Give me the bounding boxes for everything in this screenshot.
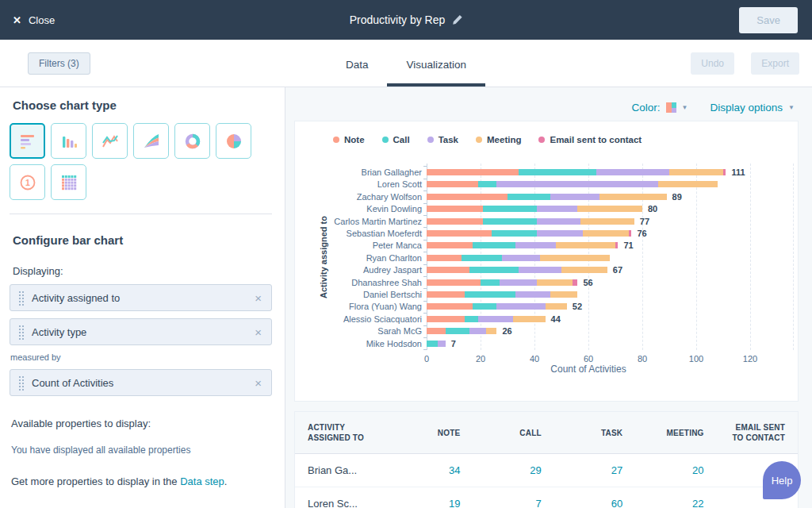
help-button[interactable]: Help (763, 461, 801, 499)
bar-segment-note[interactable] (427, 218, 483, 225)
bar-segment-call[interactable] (492, 230, 538, 237)
display-options-dropdown[interactable]: Display options ▼ (710, 102, 795, 114)
bar-segment-call[interactable] (481, 279, 500, 286)
save-button[interactable]: Save (739, 7, 798, 33)
value-link[interactable]: 60 (611, 498, 622, 508)
bar-segment-call[interactable] (478, 181, 497, 187)
table-cell-value[interactable]: 60 (554, 487, 635, 508)
bar-segment-call[interactable] (483, 206, 537, 212)
bar-segment-task[interactable] (515, 242, 556, 248)
value-link[interactable]: 27 (611, 464, 622, 476)
bar-segment-task[interactable] (502, 255, 540, 261)
value-link[interactable]: 7 (536, 498, 542, 508)
chart-type-line[interactable] (92, 123, 128, 159)
chart-type-kpi-number[interactable]: 1 (10, 164, 45, 200)
bar-segment-call[interactable] (469, 267, 518, 273)
bar-segment-email-sent-to-contact[interactable] (615, 242, 618, 248)
dimension-pill-activity-type[interactable]: Activity type × (10, 318, 272, 345)
remove-icon[interactable]: × (255, 326, 262, 338)
bar-segment-meeting[interactable] (599, 194, 667, 200)
table-cell-value[interactable]: 27 (554, 454, 635, 487)
undo-button[interactable]: Undo (691, 52, 734, 75)
bar-segment-task[interactable] (478, 316, 513, 322)
value-link[interactable]: 29 (530, 464, 541, 476)
export-button[interactable]: Export (751, 52, 799, 75)
value-link[interactable]: 19 (449, 498, 460, 508)
bar-segment-task[interactable] (537, 218, 580, 225)
bar-segment-email-sent-to-contact[interactable] (573, 279, 578, 286)
drag-handle-icon[interactable] (18, 291, 24, 306)
table-cell-value[interactable]: 7 (473, 487, 553, 508)
bar-segment-call[interactable] (446, 328, 470, 334)
bar-segment-call[interactable] (462, 255, 502, 261)
chart-type-pie[interactable] (216, 123, 251, 159)
value-link[interactable]: 20 (692, 464, 703, 476)
bar-segment-note[interactable] (427, 316, 465, 322)
bar-segment-note[interactable] (427, 279, 481, 286)
bar-segment-meeting[interactable] (513, 316, 546, 322)
bar-segment-note[interactable] (427, 181, 478, 187)
chart-type-donut[interactable] (174, 123, 210, 159)
bar-segment-task[interactable] (515, 291, 550, 298)
drag-handle-icon[interactable] (18, 375, 24, 391)
bar-segment-call[interactable] (473, 303, 497, 310)
measure-pill-count-of-activities[interactable]: Count of Activities × (10, 369, 272, 396)
bar-segment-note[interactable] (427, 206, 483, 212)
chart-type-vertical-bar[interactable] (51, 123, 86, 159)
table-cell-value[interactable]: 22 (635, 487, 716, 508)
bar-segment-task[interactable] (519, 267, 561, 273)
bar-segment-note[interactable] (427, 194, 508, 200)
value-link[interactable]: 22 (692, 498, 703, 508)
bar-segment-note[interactable] (427, 230, 492, 237)
table-cell-value[interactable]: 20 (635, 454, 716, 487)
bar-segment-call[interactable] (483, 218, 537, 225)
bar-segment-meeting[interactable] (658, 181, 718, 187)
bar-segment-meeting[interactable] (577, 206, 642, 212)
bar-segment-meeting[interactable] (537, 279, 572, 286)
chart-type-horizontal-bar[interactable] (10, 123, 45, 159)
bar-segment-note[interactable] (427, 328, 446, 334)
bar-segment-email-sent-to-contact[interactable] (723, 169, 726, 175)
table-cell-value[interactable]: 29 (473, 454, 553, 487)
table-cell-value[interactable]: 19 (392, 487, 473, 508)
bar-segment-meeting[interactable] (556, 242, 615, 248)
bar-segment-note[interactable] (427, 169, 519, 175)
color-dropdown[interactable]: Color: ▼ (632, 102, 688, 114)
value-link[interactable]: 34 (449, 464, 460, 476)
bar-segment-call[interactable] (427, 341, 438, 347)
bar-segment-call[interactable] (519, 169, 597, 175)
data-step-link[interactable]: Data step (180, 475, 224, 487)
bar-segment-meeting[interactable] (546, 303, 567, 310)
bar-segment-task[interactable] (496, 181, 658, 187)
bar-segment-email-sent-to-contact[interactable] (629, 230, 631, 237)
bar-segment-note[interactable] (427, 267, 469, 273)
bar-segment-task[interactable] (500, 279, 538, 286)
bar-segment-task[interactable] (537, 230, 583, 237)
remove-icon[interactable]: × (255, 377, 262, 389)
remove-icon[interactable]: × (255, 292, 262, 304)
bar-segment-meeting[interactable] (561, 267, 607, 273)
tab-visualization[interactable]: Visualization (387, 43, 485, 87)
bar-segment-task[interactable] (438, 341, 446, 347)
bar-segment-meeting[interactable] (669, 169, 723, 175)
bar-segment-note[interactable] (427, 255, 462, 261)
bar-segment-note[interactable] (427, 303, 473, 310)
chart-type-area[interactable] (133, 123, 169, 159)
dimension-pill-activity-assigned-to[interactable]: Activity assigned to × (10, 284, 272, 311)
bar-segment-meeting[interactable] (540, 255, 610, 261)
chart-type-table[interactable] (51, 164, 86, 200)
tab-data[interactable]: Data (327, 43, 388, 87)
bar-segment-task[interactable] (469, 328, 485, 334)
drag-handle-icon[interactable] (18, 325, 24, 340)
close-button[interactable]: ✕ Close (13, 14, 55, 26)
bar-segment-meeting[interactable] (550, 291, 577, 298)
bar-segment-call[interactable] (508, 194, 550, 200)
bar-segment-call[interactable] (473, 242, 515, 248)
bar-segment-note[interactable] (427, 291, 465, 298)
edit-pencil-icon[interactable] (451, 14, 462, 25)
bar-segment-note[interactable] (427, 242, 473, 248)
bar-segment-task[interactable] (596, 169, 669, 175)
bar-segment-call[interactable] (465, 316, 478, 322)
bar-segment-call[interactable] (465, 291, 516, 298)
table-cell-value[interactable]: 34 (392, 454, 473, 487)
